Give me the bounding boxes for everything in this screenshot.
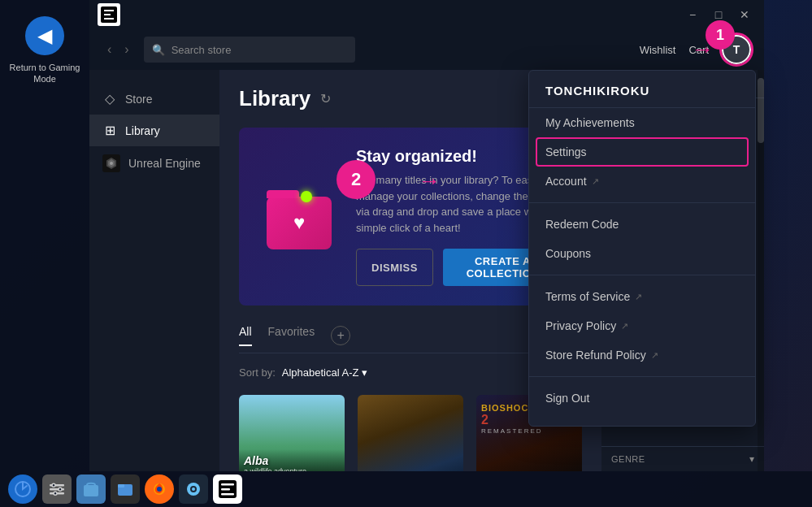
desktop: ◀ Return to Gaming Mode − □ ✕	[0, 0, 812, 507]
nav-item-store[interactable]: ◇ Store	[89, 83, 219, 115]
genre-chevron-icon: ▾	[749, 453, 754, 465]
nav-item-unreal[interactable]: Unreal Engine	[89, 146, 219, 180]
nav-arrows: ‹ ›	[102, 39, 134, 60]
svg-rect-20	[221, 493, 234, 496]
refresh-button[interactable]: ↻	[320, 91, 331, 106]
dropdown-item-redeem[interactable]: Redeem Code	[529, 210, 755, 239]
settings-label: Settings	[545, 145, 587, 158]
wishlist-button[interactable]: Wishlist	[640, 44, 676, 56]
dismiss-button[interactable]: DISMISS	[356, 249, 433, 286]
left-nav: ◇ Store ⊞ Library Unreal Engine	[89, 70, 219, 471]
tab-all[interactable]: All	[239, 325, 252, 346]
forward-arrow[interactable]: ›	[119, 39, 133, 60]
taskbar-firefox-button[interactable]	[145, 474, 174, 504]
game-card-2-inner	[358, 395, 463, 471]
refund-external-icon: ↗	[651, 350, 658, 361]
return-label: Return to Gaming Mode	[0, 62, 89, 85]
svg-point-1	[110, 162, 113, 165]
page-title: Library	[239, 86, 310, 111]
genre-filter[interactable]: GENRE ▾	[601, 446, 764, 471]
sort-label: Sort by:	[239, 366, 276, 379]
nav-bar: ‹ › 🔍 Search store Wishlist Cart → T 1	[89, 29, 764, 70]
privacy-label: Privacy Policy	[545, 319, 616, 332]
dropdown-username: TONCHIKIROKU	[529, 84, 755, 108]
game-card-alba[interactable]: Alba a wildlife adventure	[239, 395, 345, 471]
scroll-track[interactable]	[758, 70, 764, 471]
sort-value: Alphabetical A-Z	[282, 366, 359, 379]
taskbar-store-button[interactable]	[76, 474, 106, 504]
dropdown-menu[interactable]: TONCHIKIROKU My Achievements Settings Ac…	[528, 70, 756, 427]
genre-label: GENRE	[611, 454, 645, 464]
taskbar-settings-button[interactable]	[42, 474, 72, 504]
coupons-label: Coupons	[545, 247, 591, 260]
dropdown-item-achievements[interactable]: My Achievements	[529, 108, 755, 137]
title-bar: − □ ✕	[89, 0, 764, 29]
back-arrow[interactable]: ‹	[102, 39, 116, 60]
dropdown-item-settings[interactable]: Settings	[529, 137, 755, 167]
tab-favorites[interactable]: Favorites	[268, 325, 315, 346]
nav-item-library[interactable]: ⊞ Library	[89, 115, 219, 146]
svg-rect-11	[118, 484, 124, 488]
redeem-label: Redeem Code	[545, 218, 619, 231]
left-sidebar: ◀ Return to Gaming Mode	[0, 0, 89, 471]
return-icon: ◀	[25, 16, 64, 55]
svg-point-7	[59, 488, 62, 491]
profile-button[interactable]: T 1	[722, 35, 751, 64]
achievements-label: My Achievements	[545, 116, 635, 129]
tab-add-button[interactable]: +	[331, 326, 350, 345]
dropdown-item-refund[interactable]: Store Refund Policy ↗	[529, 340, 755, 370]
tos-external-icon: ↗	[635, 292, 642, 302]
folder-icon: ♥	[267, 197, 332, 249]
svg-rect-18	[221, 483, 234, 486]
unreal-icon	[102, 154, 120, 172]
account-label: Account	[545, 175, 587, 188]
taskbar-files-button[interactable]	[111, 474, 140, 504]
minimize-button[interactable]: −	[681, 6, 704, 23]
game-card-2[interactable]	[358, 395, 463, 471]
epic-window: − □ ✕ ‹ › 🔍 Search store Wishlist Cart →	[89, 0, 764, 471]
heart-icon: ♥	[293, 211, 305, 234]
taskbar-epic-button[interactable]	[213, 474, 242, 504]
search-icon: 🔍	[152, 44, 165, 56]
dropdown-divider-3	[529, 376, 755, 377]
sort-chevron-icon: ▾	[362, 366, 367, 379]
promo-image: ♥	[258, 184, 340, 249]
title-bar-controls: − □ ✕	[681, 6, 756, 23]
glowing-dot	[301, 191, 312, 202]
return-to-gaming-button[interactable]: ◀ Return to Gaming Mode	[0, 16, 89, 85]
taskbar-steam-button[interactable]	[179, 474, 208, 504]
dropdown-divider-2	[529, 275, 755, 275]
privacy-external-icon: ↗	[621, 321, 628, 332]
unreal-label: Unreal Engine	[128, 157, 201, 170]
dropdown-item-tos[interactable]: Terms of Service ↗	[529, 282, 755, 311]
alba-title: Alba	[244, 454, 340, 467]
scroll-thumb[interactable]	[758, 78, 764, 143]
search-bar[interactable]: 🔍 Search store	[144, 37, 355, 63]
cart-button[interactable]: Cart	[688, 44, 709, 56]
library-label: Library	[125, 124, 160, 137]
maximize-button[interactable]: □	[707, 6, 730, 23]
dropdown-divider-1	[529, 202, 755, 203]
tos-label: Terms of Service	[545, 290, 630, 303]
taskbar-discovery-button[interactable]	[8, 474, 37, 504]
store-label: Store	[125, 93, 152, 106]
profile-initial: T	[733, 43, 740, 56]
library-icon: ⊞	[102, 123, 117, 138]
account-external-icon: ↗	[592, 176, 599, 187]
taskbar	[0, 471, 812, 507]
sort-select[interactable]: Alphabetical A-Z ▾	[282, 366, 368, 379]
svg-rect-9	[84, 485, 98, 496]
epic-logo	[98, 3, 120, 26]
svg-point-8	[54, 492, 57, 495]
dropdown-item-coupons[interactable]: Coupons	[529, 239, 755, 268]
dropdown-item-privacy[interactable]: Privacy Policy ↗	[529, 311, 755, 340]
refund-label: Store Refund Policy	[545, 349, 646, 362]
nav-right: Wishlist Cart → T 1	[640, 35, 751, 64]
store-icon: ◇	[102, 91, 117, 106]
dropdown-item-signout[interactable]: Sign Out	[529, 384, 755, 413]
dropdown-item-account[interactable]: Account ↗	[529, 167, 755, 196]
close-button[interactable]: ✕	[733, 6, 756, 23]
signout-label: Sign Out	[545, 392, 589, 405]
svg-rect-19	[221, 488, 230, 491]
profile-button-wrapper: → T 1	[722, 35, 751, 64]
